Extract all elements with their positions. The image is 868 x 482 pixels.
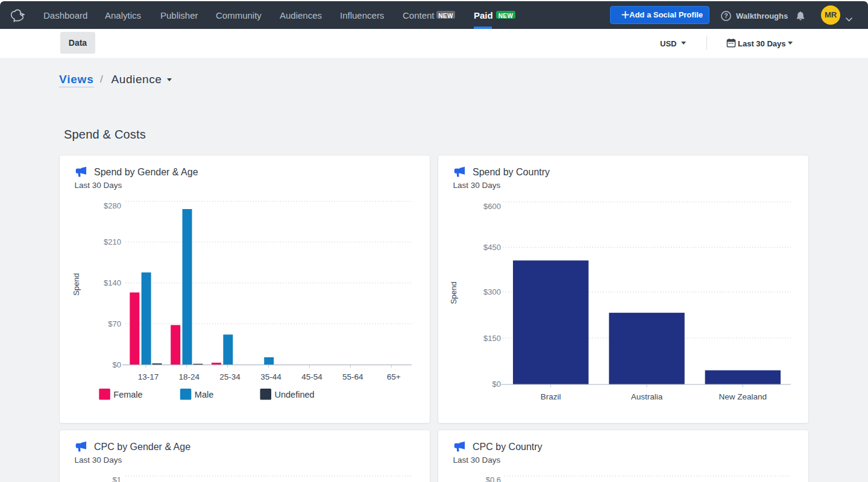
svg-text:13-17: 13-17 (138, 372, 159, 381)
svg-text:25-34: 25-34 (219, 372, 241, 381)
svg-text:$0: $0 (492, 380, 501, 389)
svg-text:Undefined: Undefined (275, 390, 315, 399)
svg-text:Spend: Spend (72, 273, 81, 296)
svg-text:?: ? (724, 12, 728, 19)
svg-text:$300: $300 (483, 287, 501, 296)
svg-text:$280: $280 (104, 201, 121, 210)
svg-text:$600: $600 (483, 202, 501, 211)
svg-text:Male: Male (195, 390, 213, 399)
svg-text:$210: $210 (104, 237, 121, 246)
svg-text:35-44: 35-44 (260, 372, 281, 381)
svg-text:65+: 65+ (387, 372, 401, 381)
svg-text:$150: $150 (483, 334, 501, 343)
svg-text:New Zealand: New Zealand (719, 392, 767, 401)
svg-text:18-24: 18-24 (179, 372, 200, 381)
svg-text:$1: $1 (113, 475, 121, 482)
svg-text:Brazil: Brazil (541, 392, 561, 401)
svg-text:Female: Female (113, 390, 142, 399)
svg-text:Spend: Spend (449, 281, 458, 304)
svg-text:55-64: 55-64 (342, 372, 363, 381)
svg-text:$140: $140 (104, 278, 121, 287)
svg-text:$450: $450 (483, 243, 501, 252)
svg-text:Australia: Australia (631, 392, 663, 401)
svg-text:45-54: 45-54 (301, 372, 322, 381)
svg-text:$0.6: $0.6 (486, 475, 501, 482)
svg-text:$70: $70 (108, 319, 121, 328)
svg-text:$0: $0 (113, 360, 121, 369)
